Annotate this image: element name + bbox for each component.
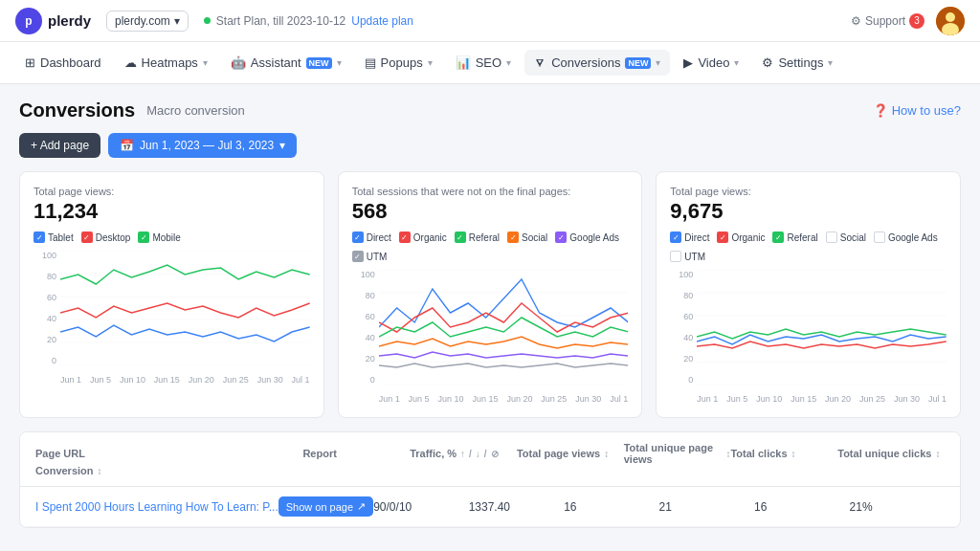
cell-report: Show on page ↗ [278,496,373,517]
th-total-clicks: Total clicks ↕ [730,442,837,465]
chart1-svg [60,251,310,365]
legend-utm[interactable]: ✓ UTM [352,251,388,262]
ai-icon: 🤖 [231,55,246,70]
plan-text: Start Plan, till 2023-10-12 [216,14,345,28]
how-to-label: How to use? [892,103,961,118]
external-link-icon: ↗ [357,500,366,513]
how-to-link[interactable]: ❓ How to use? [873,103,961,118]
th-total-page-views: Total page views ↕ [517,442,624,465]
mobile-checkbox: ✓ [138,231,149,243]
legend-tablet[interactable]: ✓ Tablet [33,231,74,243]
chevron-down-icon: ▾ [203,57,208,68]
nav-label-popups: Popups [381,55,423,70]
sort-icon: ↕ [98,466,102,476]
direct-checkbox: ✓ [352,231,364,243]
chevron-down-icon: ▾ [174,14,180,28]
legend3-direct-label: Direct [684,232,709,243]
nav-item-heatmaps[interactable]: ☁ Heatmaps ▾ [115,50,217,76]
direct3-checkbox: ✓ [670,231,681,243]
nav-item-settings[interactable]: ⚙ Settings ▾ [752,50,842,76]
legend-organic[interactable]: ✓ Organic [399,231,447,243]
logo-icon: p [15,8,42,34]
show-on-page-button[interactable]: Show on page ↗ [278,496,373,517]
nav-label-seo: SEO [476,55,501,70]
nav-label-conversions: Conversions [551,55,620,70]
cell-traffic: 90/0/10 [373,500,468,514]
svg-point-1 [946,12,955,22]
organic3-checkbox: ✓ [717,231,728,243]
support-button[interactable]: ⚙ Support 3 [851,13,924,29]
legend-mobile[interactable]: ✓ Mobile [138,231,180,243]
update-plan-link[interactable]: Update plan [351,14,413,28]
chart3-yaxis: 100 80 60 40 20 0 [670,270,693,385]
page-title: Conversions [19,99,135,121]
th-total-unique-page-views: Total unique page views ↕ [624,442,731,465]
legend-referal[interactable]: ✓ Referal [455,231,500,243]
chart1-label: Total page views: [33,186,310,197]
chart3-xaxis: Jun 1 Jun 5 Jun 10 Jun 15 Jun 20 Jun 25 … [697,394,947,404]
cell-url: I Spent 2000 Hours Learning How To Learn… [35,500,278,514]
page-url-link[interactable]: I Spent 2000 Hours Learning How To Learn… [35,500,278,514]
legend3-organic[interactable]: ✓ Organic [717,231,765,243]
nav-item-dashboard[interactable]: ⊞ Dashboard [15,50,111,76]
th-report: Report [302,442,410,465]
chart1-xaxis: Jun 1 Jun 5 Jun 10 Jun 15 Jun 20 Jun 25 … [60,375,310,385]
chart1-legend: ✓ Tablet ✓ Desktop ✓ Mobile [33,231,310,243]
nav-item-popups[interactable]: ▤ Popups ▾ [355,50,442,76]
chart3-label: Total page views: [670,186,947,197]
legend3-utm[interactable]: UTM [670,251,705,262]
nav-item-seo[interactable]: 📊 SEO ▾ [446,50,521,76]
nav-label-video: Video [698,55,729,70]
popups-icon: ▤ [365,55,376,70]
nav-item-video[interactable]: ▶ Video ▾ [674,50,748,76]
settings-icon: ⚙ [762,55,773,70]
nav-label-dashboard: Dashboard [40,55,101,70]
chart-card-3: Total page views: 9,675 ✓ Direct ✓ Organ… [656,171,961,418]
table-row: I Spent 2000 Hours Learning How To Learn… [20,487,960,527]
chevron-down-icon: ▾ [828,57,833,68]
site-selector[interactable]: plerdy.com ▾ [106,11,189,32]
chevron-down-icon: ▾ [734,57,739,68]
nav-item-conversions[interactable]: ⛛ Conversions NEW ▾ [524,50,670,76]
nav-label-settings: Settings [778,55,823,70]
avatar[interactable] [936,7,965,35]
new-badge-conversions: NEW [625,57,651,69]
utm-checkbox: ✓ [352,251,364,262]
legend-direct[interactable]: ✓ Direct [352,231,391,243]
traffic-sort-icons: ↑ / ↓ / ⊘ [460,449,499,459]
legend-mobile-label: Mobile [152,232,180,243]
chart2-label: Total sessions that were not on the fina… [352,186,629,197]
add-page-button[interactable]: + Add page [19,133,100,158]
th-page-url: Page URL [35,442,302,465]
chart2-yaxis: 100 80 60 40 20 0 [352,270,375,385]
th-total-unique-clicks: Total unique clicks ↕ [837,442,945,465]
legend3-organic-label: Organic [731,232,765,243]
nav-item-assistant[interactable]: 🤖 Assistant NEW ▾ [221,50,351,76]
chevron-down-icon: ▾ [506,57,511,68]
support-label: Support [865,14,905,28]
utm3-checkbox [670,251,681,262]
legend3-google-ads[interactable]: Google Ads [874,231,938,243]
legend-organic-label: Organic [413,232,447,243]
date-range-button[interactable]: 📅 Jun 1, 2023 — Jul 3, 2023 ▾ [108,133,297,158]
logo-text: plerdy [48,12,91,29]
legend3-social[interactable]: Social [826,231,866,243]
legend-referal-label: Referal [469,232,500,243]
sort-icon: ↕ [604,449,609,459]
chart1-yaxis: 100 80 60 40 20 0 [33,251,56,365]
legend-social-label: Social [522,232,547,243]
page-subtitle: Macro conversion [146,103,245,118]
legend-google-ads-label: Google Ads [569,232,619,243]
legend3-direct[interactable]: ✓ Direct [670,231,709,243]
navbar: ⊞ Dashboard ☁ Heatmaps ▾ 🤖 Assistant NEW… [0,42,980,84]
legend-google-ads[interactable]: ✓ Google Ads [555,231,619,243]
legend3-referal[interactable]: ✓ Referal [772,231,817,243]
legend3-utm-label: UTM [684,252,705,262]
legend-direct-label: Direct [367,232,391,243]
legend-desktop[interactable]: ✓ Desktop [81,231,131,243]
show-on-page-label: Show on page [286,501,353,513]
legend-social[interactable]: ✓ Social [507,231,547,243]
page-title-row: Conversions Macro conversion [19,99,245,121]
cell-unique-clicks: 16 [754,500,849,514]
page-header: Conversions Macro conversion ❓ How to us… [19,99,961,121]
